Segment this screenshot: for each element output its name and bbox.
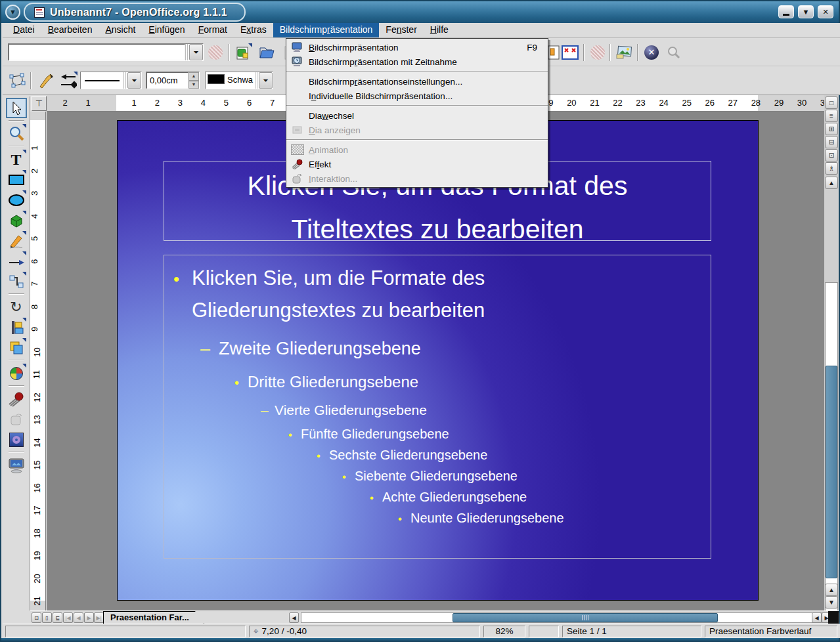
spin-down-icon[interactable]: ▼	[188, 81, 199, 89]
ruler-number: 13	[32, 415, 42, 424]
arrow-style-button[interactable]	[59, 72, 77, 90]
outline-item-5[interactable]: •Fünfte Gliederungsebene	[164, 427, 711, 442]
url-dropdown-button[interactable]: ⏷	[189, 44, 203, 60]
3d-objects-button[interactable]	[6, 210, 27, 230]
scroll-left-button[interactable]: ◀	[289, 612, 299, 623]
previous-slide-button[interactable]: ◀	[74, 612, 83, 623]
last-slide-button[interactable]: ▶|	[94, 612, 104, 623]
resize-corner[interactable]	[828, 611, 839, 624]
dropdown-flag-icon	[22, 338, 26, 342]
line-width-spinner[interactable]: ▲▼	[146, 72, 200, 89]
outline-view-button[interactable]: ≡	[825, 110, 838, 122]
vertical-scrollbar-thumb[interactable]	[826, 366, 837, 578]
text-tool-button[interactable]: T	[6, 149, 27, 169]
ellipse-tool-button[interactable]	[6, 190, 27, 210]
presentation-button[interactable]	[6, 455, 27, 475]
menu-ansicht[interactable]: Ansicht	[99, 23, 142, 37]
layer-view-button[interactable]: ⊑	[53, 612, 62, 623]
outline-item-8[interactable]: •Achte Gliederungsebene	[164, 490, 711, 505]
minimize-button[interactable]	[778, 5, 794, 18]
drawing-view-button[interactable]: □	[825, 96, 838, 109]
vertical-ruler[interactable]: 123456789101112131415161718192021	[30, 112, 46, 610]
select-button[interactable]	[6, 98, 27, 118]
scroll-up-button-2[interactable]: ▲	[825, 584, 838, 596]
status-zoom-field[interactable]: 82%	[483, 626, 525, 637]
open-button[interactable]	[257, 43, 276, 62]
outline-item-6[interactable]: •Sechste Gliederungsebene	[164, 448, 711, 463]
dropdown-flag-icon	[22, 231, 26, 235]
spin-up-icon[interactable]: ▲	[188, 72, 199, 81]
window-menu-button[interactable]: ▼	[5, 5, 20, 20]
url-input[interactable]	[9, 44, 185, 60]
horizontal-scrollbar-thumb[interactable]	[453, 613, 718, 622]
menu-item-effekt[interactable]: Effekt	[286, 157, 548, 171]
menu-datei[interactable]: Datei	[7, 23, 41, 37]
line-color-dropdown-button[interactable]: ⏷	[259, 72, 273, 89]
menu-item-bildschirmpraesentation[interactable]: Bildschirmpräsentation F9	[286, 40, 548, 54]
menu-extras[interactable]: Extras	[234, 23, 273, 37]
scroll-up-button[interactable]: ▲	[825, 177, 838, 189]
pen-icon	[37, 72, 55, 89]
menu-einfuegen[interactable]: Einfügen	[142, 23, 191, 37]
start-presentation-button[interactable]: ♗	[825, 162, 838, 175]
lines-arrows-button[interactable]	[6, 251, 27, 271]
titlebar[interactable]: ▼ Unbenannt7 - OpenOffice.org 1.1.1 ▼ ✕	[1, 1, 839, 23]
handout-view-button[interactable]: ⊡	[825, 149, 838, 161]
line-width-input[interactable]	[146, 72, 188, 89]
slide[interactable]: Klicken Sie, um das Format des Titeltext…	[117, 120, 759, 601]
curve-tool-button[interactable]	[6, 230, 27, 251]
scroll-left-button-2[interactable]: ◀	[812, 612, 822, 623]
pen-button[interactable]	[37, 72, 55, 90]
gallery-button[interactable]	[615, 43, 633, 62]
url-combobox[interactable]: ⏷	[8, 43, 204, 61]
line-style-combobox[interactable]: ⏷	[80, 72, 142, 89]
navigator-button[interactable]: ✕	[642, 43, 661, 62]
edit-points-button[interactable]	[8, 72, 26, 90]
first-slide-button[interactable]: |◀	[63, 612, 73, 623]
spinner-buttons[interactable]: ▲▼	[188, 72, 199, 89]
outline-item-3[interactable]: •Dritte Gliederungsebene	[164, 373, 711, 391]
slide-outline-placeholder[interactable]: •Klicken Sie, um die Formate des Glieder…	[164, 255, 711, 559]
new-document-button[interactable]	[234, 43, 252, 62]
ruler-number: 2	[30, 168, 39, 173]
menu-bearbeiten[interactable]: Bearbeiten	[41, 23, 99, 37]
scroll-down-button[interactable]: ▼	[825, 596, 838, 609]
next-slide-button[interactable]: ▶	[84, 612, 94, 623]
close-button[interactable]: ✕	[818, 5, 833, 18]
menu-item-individuelle[interactable]: Individuelle Bildschirmpräsentation...	[286, 89, 548, 103]
horizontal-scrollbar[interactable]	[301, 612, 839, 623]
3d-controller-button[interactable]	[6, 429, 27, 450]
zoom-page-button[interactable]	[561, 43, 579, 62]
menu-item-diawechsel[interactable]: Diawechsel	[286, 108, 548, 123]
maximize-button[interactable]: ▼	[798, 5, 814, 18]
outline-item-2[interactable]: –Zweite Gliederungsebene	[164, 339, 711, 359]
effects-button[interactable]	[6, 389, 27, 409]
menu-bildschirmpraesentation[interactable]: Bildschirmpräsentation	[273, 23, 380, 37]
layer-mode-button[interactable]: ⊡	[32, 612, 41, 623]
outline-item-4[interactable]: –Vierte Gliederungsebene	[164, 402, 711, 418]
rotate-tool-button[interactable]: ↻	[6, 297, 27, 317]
alignment-button[interactable]	[6, 317, 27, 337]
line-style-dropdown-button[interactable]: ⏷	[127, 72, 141, 89]
line-color-combobox[interactable]: Schwa ⏷	[205, 72, 273, 89]
menu-item-bildschirmpraesentation-mit-zeitnahme[interactable]: Bildschirmpräsentation mit Zeitnahme	[286, 54, 548, 69]
outline-item-1[interactable]: •Klicken Sie, um die Formate des Glieder…	[164, 262, 711, 326]
status-template-field[interactable]: Praesentation Farbverlauf	[705, 626, 837, 637]
notes-view-button[interactable]: ⊟	[825, 136, 838, 148]
menu-format[interactable]: Format	[192, 23, 234, 37]
menu-item-einstellungen[interactable]: Bildschirmpräsentationseinstellungen...	[286, 74, 548, 89]
slide-tab[interactable]: Praesentation Far...	[103, 611, 204, 624]
outline-item-9[interactable]: •Neunte Gliederungsebene	[164, 511, 711, 526]
menu-hilfe[interactable]: Hilfe	[424, 23, 455, 37]
zoom-tool-button[interactable]	[6, 123, 27, 144]
slide-view-button[interactable]: ⊞	[825, 123, 838, 135]
arrange-button[interactable]	[6, 337, 27, 358]
insert-button[interactable]	[6, 363, 27, 383]
outline-item-7[interactable]: •Siebente Gliederungsebene	[164, 469, 711, 484]
ruler-corner-button[interactable]: ⊤	[32, 96, 47, 111]
rectangle-tool-button[interactable]	[6, 169, 27, 190]
master-view-button[interactable]: ▯	[42, 612, 52, 623]
menu-fenster[interactable]: Fenster	[379, 23, 423, 37]
ruler-number: 12	[32, 393, 42, 402]
connector-tool-button[interactable]	[6, 271, 27, 291]
